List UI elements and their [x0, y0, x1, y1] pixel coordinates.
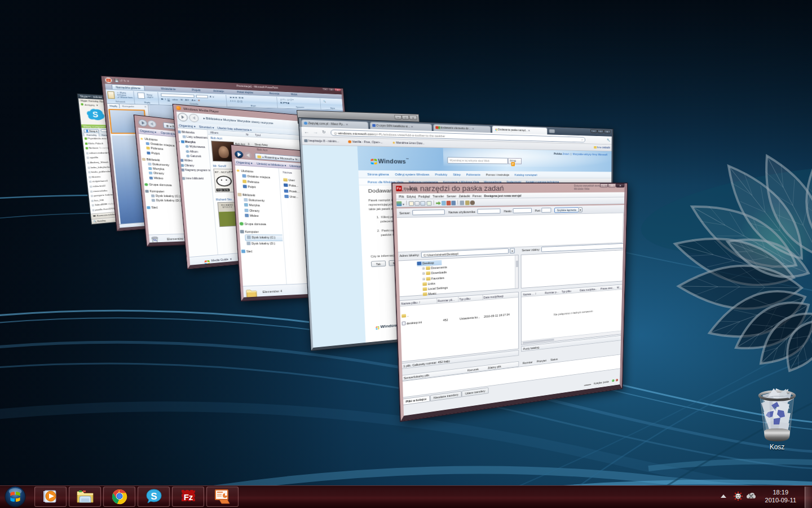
svg-text:Fz: Fz — [183, 492, 193, 502]
svg-text:S: S — [151, 491, 157, 502]
svg-text:P: P — [107, 79, 110, 82]
svg-text:S: S — [92, 110, 99, 119]
